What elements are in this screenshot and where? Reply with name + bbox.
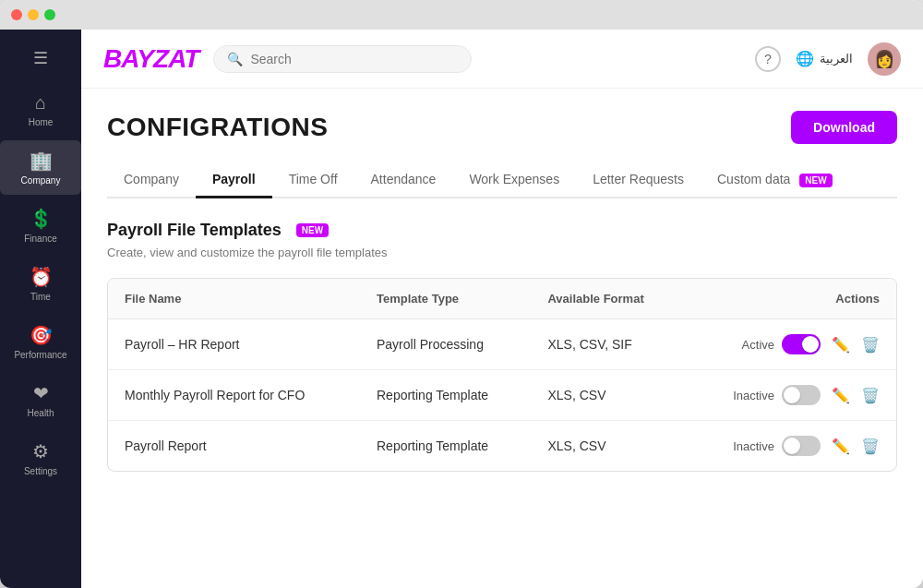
delete-button-2[interactable]: 🗑️ bbox=[861, 387, 880, 404]
cell-format-1: XLS, CSV, SIF bbox=[531, 319, 684, 370]
tabs: Company Payroll Time Off Attendance Work… bbox=[107, 162, 897, 198]
time-icon: ⏰ bbox=[30, 266, 53, 288]
table-container: File Name Template Type Available Format… bbox=[107, 278, 897, 472]
finance-icon: 💲 bbox=[30, 208, 53, 230]
settings-icon: ⚙ bbox=[32, 440, 49, 462]
edit-button-3[interactable]: ✏️ bbox=[832, 438, 850, 455]
delete-button-1[interactable]: 🗑️ bbox=[861, 336, 880, 354]
sidebar-label-company: Company bbox=[21, 175, 61, 186]
tab-letterrequests[interactable]: Letter Requests bbox=[576, 162, 701, 198]
sidebar-label-time: Time bbox=[30, 292, 51, 302]
health-icon: ❤ bbox=[33, 382, 49, 404]
app-body: ☰ ⌂ Home 🏢 Company 💲 Finance ⏰ Time bbox=[0, 30, 923, 588]
col-filename: File Name bbox=[108, 279, 360, 319]
sidebar-item-company[interactable]: 🏢 Company bbox=[0, 140, 81, 195]
status-group-2: Inactive bbox=[733, 385, 821, 405]
language-label: العربية bbox=[820, 52, 853, 66]
cell-format-3: XLS, CSV bbox=[531, 421, 684, 472]
tab-company[interactable]: Company bbox=[107, 162, 196, 198]
tab-customdata[interactable]: Custom data NEW bbox=[701, 162, 849, 198]
toggle-knob-3 bbox=[784, 438, 800, 454]
company-icon: 🏢 bbox=[30, 150, 53, 172]
download-button[interactable]: Download bbox=[791, 111, 897, 144]
sidebar-item-home[interactable]: ⌂ Home bbox=[0, 83, 81, 137]
cell-templatetype-2: Reporting Template bbox=[360, 370, 531, 421]
globe-icon: 🌐 bbox=[796, 50, 814, 67]
sidebar-label-home: Home bbox=[29, 117, 54, 127]
section-description: Create, view and customize the payroll f… bbox=[107, 246, 897, 259]
sidebar-label-health: Health bbox=[28, 408, 54, 418]
header: BAYZAT 🔍 ? 🌐 العربية 👩 bbox=[81, 30, 923, 89]
page-title: CONFIGRATIONS bbox=[107, 113, 328, 142]
table-row: Monthly Payroll Report for CFO Reporting… bbox=[108, 370, 896, 421]
tab-attendance[interactable]: Attendance bbox=[354, 162, 453, 198]
toggle-1[interactable] bbox=[782, 334, 821, 354]
cell-format-2: XLS, CSV bbox=[531, 370, 684, 421]
section-title: Payroll File Templates bbox=[107, 221, 282, 240]
performance-icon: 🎯 bbox=[30, 324, 53, 346]
section-new-badge: NEW bbox=[296, 223, 329, 237]
toggle-3[interactable] bbox=[782, 436, 821, 456]
table-row: Payroll – HR Report Payroll Processing X… bbox=[108, 319, 896, 370]
edit-button-1[interactable]: ✏️ bbox=[832, 336, 850, 354]
status-group-1: Active bbox=[742, 334, 821, 354]
status-text-1: Active bbox=[742, 338, 774, 352]
col-templatetype: Template Type bbox=[360, 279, 531, 319]
sidebar-item-health[interactable]: ❤ Health bbox=[0, 373, 81, 427]
sidebar-item-settings[interactable]: ⚙ Settings bbox=[0, 431, 81, 486]
titlebar bbox=[0, 0, 923, 30]
cell-templatetype-1: Payroll Processing bbox=[360, 319, 531, 370]
sidebar-label-settings: Settings bbox=[24, 466, 57, 476]
new-badge-customdata: NEW bbox=[799, 174, 832, 187]
toggle-knob-1 bbox=[802, 336, 819, 353]
search-icon: 🔍 bbox=[227, 52, 243, 66]
logo: BAYZAT bbox=[103, 44, 198, 74]
sidebar-label-finance: Finance bbox=[24, 234, 57, 244]
page-header: CONFIGRATIONS Download bbox=[107, 111, 897, 144]
help-button[interactable]: ? bbox=[755, 46, 781, 72]
status-text-2: Inactive bbox=[733, 389, 774, 402]
search-bar[interactable]: 🔍 bbox=[213, 45, 472, 73]
cell-filename-2: Monthly Payroll Report for CFO bbox=[108, 370, 360, 421]
home-icon: ⌂ bbox=[35, 92, 46, 114]
cell-templatetype-3: Reporting Template bbox=[360, 421, 531, 472]
status-text-3: Inactive bbox=[733, 439, 774, 453]
col-availableformat: Available Format bbox=[531, 279, 684, 319]
cell-filename-3: Payroll Report bbox=[108, 421, 360, 472]
cell-filename-1: Payroll – HR Report bbox=[108, 319, 360, 370]
edit-button-2[interactable]: ✏️ bbox=[832, 387, 850, 404]
toggle-knob-2 bbox=[784, 387, 800, 403]
tab-payroll[interactable]: Payroll bbox=[196, 162, 272, 198]
minimize-dot[interactable] bbox=[28, 9, 39, 20]
sidebar-item-performance[interactable]: 🎯 Performance bbox=[0, 315, 81, 369]
toggle-2[interactable] bbox=[782, 385, 821, 405]
sidebar-menu-icon[interactable]: ☰ bbox=[22, 37, 59, 79]
payroll-templates-table: File Name Template Type Available Format… bbox=[108, 279, 896, 471]
close-dot[interactable] bbox=[11, 9, 22, 20]
avatar[interactable]: 👩 bbox=[868, 42, 901, 76]
header-right: ? 🌐 العربية 👩 bbox=[755, 42, 901, 76]
sidebar-label-performance: Performance bbox=[14, 350, 66, 360]
section-title-row: Payroll File Templates NEW bbox=[107, 221, 897, 240]
delete-button-3[interactable]: 🗑️ bbox=[861, 438, 880, 455]
cell-actions-2: Inactive ✏️ 🗑️ bbox=[684, 370, 896, 421]
app-window: ☰ ⌂ Home 🏢 Company 💲 Finance ⏰ Time bbox=[0, 0, 923, 588]
page: CONFIGRATIONS Download Company Payroll T… bbox=[81, 89, 923, 588]
tab-workexpenses[interactable]: Work Expenses bbox=[452, 162, 576, 198]
main-content: BAYZAT 🔍 ? 🌐 العربية 👩 CONFIGRATI bbox=[81, 30, 923, 588]
search-input[interactable] bbox=[250, 52, 458, 66]
table-header-row: File Name Template Type Available Format… bbox=[108, 279, 896, 319]
cell-actions-3: Inactive ✏️ 🗑️ bbox=[684, 421, 896, 472]
col-actions: Actions bbox=[684, 279, 896, 319]
sidebar: ☰ ⌂ Home 🏢 Company 💲 Finance ⏰ Time bbox=[0, 30, 81, 588]
sidebar-item-time[interactable]: ⏰ Time bbox=[0, 257, 81, 311]
tab-timeoff[interactable]: Time Off bbox=[272, 162, 354, 198]
cell-actions-1: Active ✏️ 🗑️ bbox=[684, 319, 896, 370]
language-button[interactable]: 🌐 العربية bbox=[796, 50, 853, 67]
maximize-dot[interactable] bbox=[44, 9, 55, 20]
sidebar-item-finance[interactable]: 💲 Finance bbox=[0, 198, 81, 253]
table-row: Payroll Report Reporting Template XLS, C… bbox=[108, 421, 896, 472]
status-group-3: Inactive bbox=[733, 436, 821, 456]
